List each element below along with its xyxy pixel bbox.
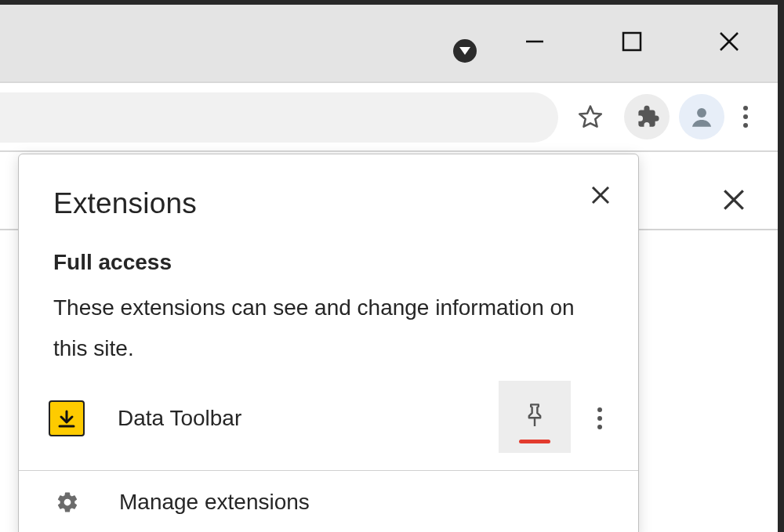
- pin-extension-button[interactable]: [499, 381, 571, 453]
- bookmark-star-button[interactable]: [568, 94, 613, 139]
- window-maximize-button[interactable]: [583, 22, 681, 61]
- browser-toolbar: [0, 83, 778, 152]
- access-level-label: Full access: [53, 250, 604, 275]
- popup-title: Extensions: [53, 187, 197, 220]
- pin-icon: [523, 403, 546, 431]
- svg-point-8: [743, 123, 748, 128]
- extension-name: Data Toolbar: [118, 406, 499, 431]
- page-notification-close-button[interactable]: [721, 187, 746, 212]
- window-minimize-button[interactable]: [486, 22, 583, 61]
- svg-point-6: [743, 106, 748, 110]
- browser-menu-button[interactable]: [724, 94, 767, 139]
- svg-point-7: [743, 114, 748, 119]
- popup-close-button[interactable]: [585, 179, 616, 211]
- window-titlebar: [0, 5, 778, 83]
- extension-row[interactable]: Data Toolbar: [19, 377, 638, 471]
- address-bar[interactable]: [0, 92, 558, 143]
- extension-more-actions-button[interactable]: [571, 393, 629, 443]
- svg-point-17: [597, 425, 602, 429]
- svg-point-15: [597, 407, 602, 412]
- browser-window: Extensions Full access These extensions …: [0, 0, 784, 532]
- annotation-underline: [519, 440, 550, 443]
- window-close-button[interactable]: [681, 22, 778, 61]
- svg-rect-2: [623, 33, 641, 50]
- svg-point-16: [597, 416, 602, 421]
- extensions-puzzle-button[interactable]: [624, 94, 670, 139]
- gear-icon: [53, 490, 82, 514]
- profile-avatar-button[interactable]: [679, 94, 724, 139]
- access-level-description: These extensions can see and change info…: [53, 288, 604, 369]
- extensions-popup: Extensions Full access These extensions …: [18, 154, 639, 532]
- dropdown-badge-icon[interactable]: [453, 39, 477, 63]
- manage-extensions-label: Manage extensions: [119, 490, 310, 515]
- manage-extensions-row[interactable]: Manage extensions: [19, 471, 638, 532]
- svg-point-5: [697, 108, 706, 118]
- extension-icon: [49, 400, 85, 436]
- svg-marker-0: [459, 47, 470, 55]
